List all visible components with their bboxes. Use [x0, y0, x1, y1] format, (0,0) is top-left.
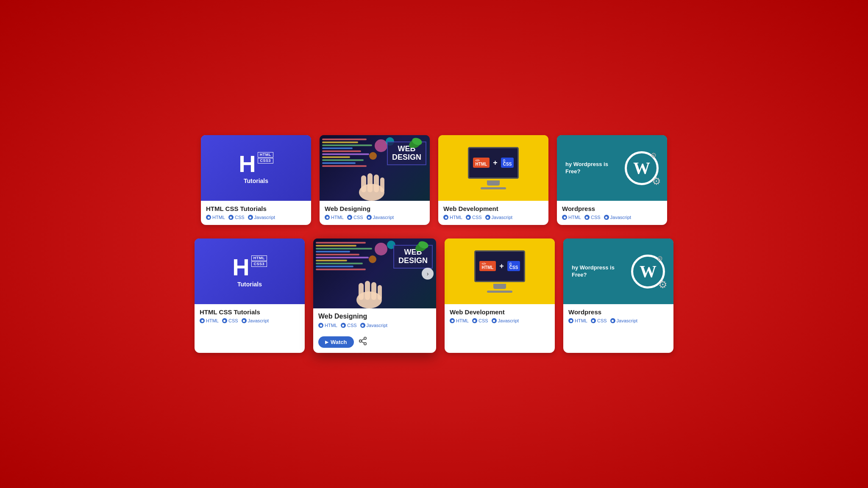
plant-deco-1	[406, 135, 423, 150]
deco-circle-orange-exp	[369, 255, 376, 263]
tag-dot-html-wp2	[568, 318, 573, 323]
code-line-exp-2	[316, 245, 356, 247]
logo-badges-1: HTML CSS3	[258, 152, 273, 164]
monitor-base-2	[487, 291, 512, 293]
svg-rect-10	[371, 282, 376, 300]
card-thumbnail-html-css-2: H HTML CSS3 Tutorials	[195, 238, 305, 304]
tag-js-wd1: Javascript	[367, 215, 394, 220]
card-title-web-dev-1: Web Development	[443, 205, 543, 212]
tag-dot-js-wdev1	[485, 215, 490, 220]
tag-dot-html-r2c1	[200, 318, 205, 323]
monitor-screen-2: </> HTML + {} CSS	[474, 250, 525, 282]
card-row-1: H HTML CSS3 Tutorials HTML CSS Tutorials…	[180, 135, 688, 225]
code-line-exp-7	[316, 260, 347, 261]
tag-html-exp: HTML	[318, 323, 337, 328]
card-tags-web-designing-exp: HTML CSS Javascript	[318, 323, 431, 328]
web-design-label-2: DESIGN	[392, 153, 421, 162]
tag-dot-js-wp1	[604, 215, 609, 220]
logo-h-letter-1: H	[239, 152, 256, 176]
watch-button[interactable]: Watch	[318, 336, 354, 348]
tag-js-wdev2: Javascript	[492, 318, 519, 323]
wp-logo-section-1: W ⚙ ⚙	[625, 151, 659, 185]
tag-dot-js-1	[248, 215, 253, 220]
monitor-stand-2	[493, 284, 506, 289]
tag-dot-css-wp1	[584, 215, 590, 220]
card-tags-wordpress-1: HTML CSS Javascript	[562, 215, 662, 220]
share-icon[interactable]	[358, 336, 367, 348]
logo-badge-css3-1: CSS3	[258, 158, 273, 164]
monitor-wrapper-2: </> HTML + {} CSS	[474, 250, 525, 293]
html-badge-1: </> HTML	[473, 158, 490, 168]
gear-icon-small-1: ⚙	[651, 151, 657, 159]
nav-arrow-right-exp[interactable]: ›	[422, 268, 434, 280]
hand-element-1	[353, 167, 391, 201]
code-line-exp-1	[316, 242, 366, 244]
hand-element-exp	[350, 274, 388, 308]
logo-badge-html-1: HTML	[258, 152, 273, 158]
tag-css-wd1: CSS	[347, 215, 363, 220]
tag-html-wp2: HTML	[568, 318, 587, 323]
card-thumbnail-web-dev-1: </> HTML + {} CSS	[438, 135, 548, 201]
tag-dot-js-wp2	[610, 318, 615, 323]
card-thumbnail-web-designing-1: WEB DESIGN	[320, 135, 430, 201]
code-line-exp-5	[316, 254, 359, 255]
card-info-wordpress-1: Wordpress HTML CSS Javascript	[557, 201, 667, 225]
tag-dot-html-exp	[318, 323, 323, 328]
card-thumbnail-wordpress-2: hy Wordpress is Free? W ⚙ ⚙	[563, 238, 673, 304]
gear-icon-large-2: ⚙	[658, 279, 670, 291]
tag-js-exp: Javascript	[360, 323, 388, 328]
monitor-stand-1	[487, 180, 500, 186]
code-line-3	[322, 144, 372, 146]
wp-question-2: hy Wordpress is Free?	[572, 264, 627, 279]
tag-dot-html-1	[206, 215, 211, 220]
deco-circle-pink-exp	[375, 243, 387, 255]
svg-rect-8	[359, 283, 364, 300]
monitor-base-1	[481, 187, 506, 189]
plus-sign-1: +	[493, 158, 498, 167]
web-design-photo-expanded: WEB DESIGN	[313, 238, 436, 308]
card-tags-html-css-1: HTML CSS Javascript	[206, 215, 306, 220]
code-line-exp-9	[316, 266, 353, 267]
card-tags-html-css-2: HTML CSS Javascript	[200, 318, 300, 323]
css-badge-2: {} CSS	[507, 261, 520, 271]
logo-badge-html-2: HTML	[251, 255, 267, 261]
code-line-exp-10	[316, 269, 366, 270]
code-line-1	[322, 139, 367, 140]
svg-line-17	[361, 341, 364, 343]
svg-line-18	[361, 339, 364, 341]
tag-dot-js-exp	[360, 323, 365, 328]
tag-dot-html-wdev2	[450, 318, 455, 323]
card-info-wordpress-2: Wordpress HTML CSS Javascript	[563, 304, 673, 328]
gear-icon-small-2: ⚙	[657, 255, 663, 263]
card-title-html-css-1: HTML CSS Tutorials	[206, 205, 306, 212]
tag-css-wp1: CSS	[584, 215, 601, 220]
card-web-designing-1: WEB DESIGN	[320, 135, 430, 225]
card-web-dev-2: </> HTML + {} CSS Web Development	[445, 238, 555, 353]
svg-rect-4	[380, 177, 384, 192]
card-title-wordpress-2: Wordpress	[568, 308, 668, 316]
code-line-exp-4	[316, 251, 350, 252]
tag-js-wp1: Javascript	[604, 215, 632, 220]
web-design-photo-1: WEB DESIGN	[320, 135, 430, 201]
monitor-screen-1: </> HTML + {} CSS	[468, 147, 519, 179]
card-tags-web-dev-2: HTML CSS Javascript	[450, 318, 550, 323]
tag-dot-html-wp1	[562, 215, 567, 220]
tag-dot-html-wd1	[325, 215, 330, 220]
gear-icon-large-1: ⚙	[652, 175, 664, 187]
logo-badges-2: HTML CSS3	[251, 255, 267, 267]
tag-js-wdev1: Javascript	[485, 215, 513, 220]
code-line-exp-3	[316, 248, 372, 250]
svg-point-14	[364, 337, 366, 340]
wp-question-1: hy Wordpress is Free?	[565, 161, 620, 175]
logo-h-1: H HTML CSS3	[239, 152, 273, 176]
card-wordpress-2: hy Wordpress is Free? W ⚙ ⚙ Wordpress HT…	[563, 238, 673, 353]
wp-text-section-2: hy Wordpress is Free?	[572, 264, 627, 279]
code-line-2	[322, 141, 358, 143]
card-row-2: H HTML CSS3 Tutorials HTML CSS Tutorials…	[180, 238, 688, 353]
tag-dot-js-wdev2	[492, 318, 497, 323]
svg-rect-9	[365, 281, 370, 300]
card-html-css-tutorials-2: H HTML CSS3 Tutorials HTML CSS Tutorials…	[195, 238, 305, 353]
tag-dot-css-r2c1	[222, 318, 227, 323]
tag-css-wp2: CSS	[591, 318, 607, 323]
card-info-web-designing-exp: Web Designing HTML CSS Javascript	[313, 308, 436, 333]
